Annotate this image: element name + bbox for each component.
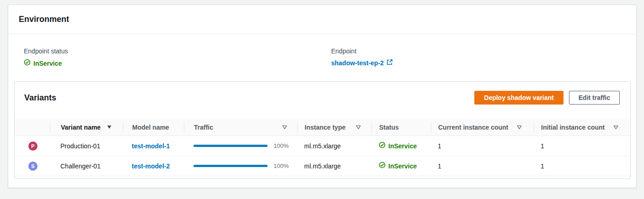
status-text: InService	[388, 142, 417, 150]
environment-title: Environment	[19, 15, 69, 24]
status-cell: InService	[371, 141, 431, 150]
column-header-label: Model name	[132, 124, 169, 131]
status-value: InService	[379, 162, 417, 170]
column-header-label: Current instance count	[438, 124, 508, 131]
endpoint-status-label: Endpoint status	[24, 47, 331, 55]
deploy-shadow-variant-button[interactable]: Deploy shadow variant	[474, 91, 563, 105]
variants-title: Variants	[24, 93, 56, 103]
column-header-traffic: Traffic	[184, 122, 297, 132]
check-circle-icon	[379, 162, 386, 170]
edit-traffic-button[interactable]: Edit traffic	[569, 91, 620, 105]
model-name-cell: test-model-1	[123, 142, 184, 150]
endpoint-label: Endpoint	[331, 47, 393, 55]
model-link[interactable]: test-model-1	[132, 142, 170, 150]
initial-instance-count-cell: 1	[534, 162, 630, 170]
variants-panel: Variants Deploy shadow variant Edit traf…	[14, 81, 631, 179]
column-header-badge	[15, 122, 50, 132]
variants-panel-header: Variants Deploy shadow variant Edit traf…	[15, 82, 630, 105]
traffic-bar	[193, 165, 268, 167]
current-instance-count-cell: 1	[431, 142, 534, 150]
check-circle-icon	[24, 59, 31, 68]
endpoint-value: shadow-test-ep-2	[331, 59, 393, 67]
environment-card: Environment Endpoint status InService En…	[8, 5, 637, 188]
page: { "environment": { "title": "Environment…	[0, 0, 644, 199]
column-header-label: Initial instance count	[541, 124, 605, 131]
endpoint-status-field: Endpoint status InService	[24, 47, 331, 68]
variants-actions: Deploy shadow variant Edit traffic	[474, 91, 620, 105]
status-text: InService	[388, 162, 417, 170]
sort-caret-icon[interactable]	[107, 125, 112, 129]
traffic-percent: 100%	[274, 142, 289, 149]
variants-table: Variant name Model name Traffic Instance…	[15, 119, 630, 176]
endpoint-status-text: InService	[33, 59, 62, 68]
instance-type-cell: ml.m5.xlarge	[297, 142, 371, 150]
production-badge: P	[28, 141, 38, 151]
filter-caret-icon[interactable]	[517, 125, 522, 130]
column-header-variant-name[interactable]: Variant name	[50, 122, 123, 132]
column-header-current-instance-count: Current instance count	[431, 122, 534, 132]
column-header-label: Instance type	[305, 124, 345, 131]
variant-badge-cell: P	[15, 141, 50, 151]
traffic-cell: 100%	[184, 162, 297, 169]
filter-caret-icon[interactable]	[613, 125, 618, 130]
column-header-initial-instance-count: Initial instance count	[534, 122, 630, 132]
endpoint-status-value: InService	[24, 59, 331, 68]
table-row-shadow: S Challenger-01 test-model-2 100% ml.m5.…	[15, 156, 630, 176]
filter-caret-icon[interactable]	[356, 125, 361, 130]
shadow-badge: S	[28, 162, 38, 171]
status-value: InService	[379, 141, 417, 150]
column-header-label: Status	[379, 124, 399, 131]
environment-card-header: Environment	[8, 5, 636, 34]
check-circle-icon	[379, 141, 386, 150]
column-header-model-name: Model name	[123, 122, 184, 132]
model-link[interactable]: test-model-2	[132, 162, 170, 170]
variants-table-header: Variant name Model name Traffic Instance…	[15, 119, 630, 136]
traffic-percent: 100%	[274, 162, 289, 169]
external-link-icon	[386, 59, 393, 67]
traffic-cell: 100%	[184, 142, 297, 149]
endpoint-link-text: shadow-test-ep-2	[331, 59, 384, 67]
model-name-cell: test-model-2	[123, 162, 184, 170]
variant-name-cell: Challenger-01	[50, 162, 123, 170]
instance-type-cell: ml.m5.xlarge	[297, 162, 371, 170]
variant-badge-cell: S	[15, 162, 50, 171]
status-cell: InService	[371, 162, 431, 170]
current-instance-count-cell: 1	[431, 162, 534, 170]
column-header-label: Variant name	[61, 124, 101, 131]
endpoint-link[interactable]: shadow-test-ep-2	[331, 59, 393, 67]
traffic-bar	[193, 145, 268, 147]
endpoint-field: Endpoint shadow-test-ep-2	[331, 47, 393, 68]
environment-fields: Endpoint status InService Endpoint shado…	[8, 34, 636, 68]
filter-caret-icon[interactable]	[282, 125, 287, 130]
column-header-status: Status	[371, 122, 431, 132]
column-header-label: Traffic	[194, 124, 213, 131]
variant-name-cell: Production-01	[50, 142, 123, 150]
table-row-production: P Production-01 test-model-1 100% ml.m5.…	[15, 136, 630, 156]
initial-instance-count-cell: 1	[534, 142, 630, 150]
column-header-instance-type: Instance type	[297, 122, 371, 132]
